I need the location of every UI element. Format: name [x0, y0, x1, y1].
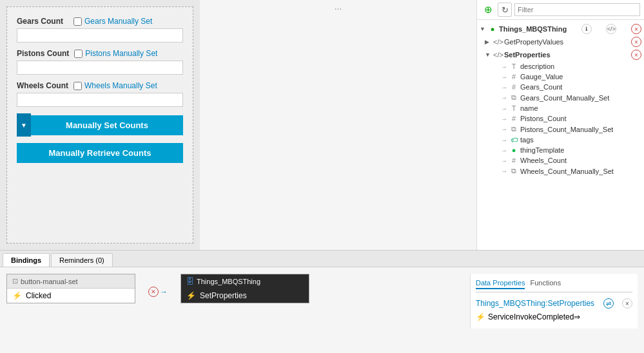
gauge-arrow-icon: →: [501, 73, 507, 81]
tree-item-description[interactable]: → T description: [477, 61, 644, 72]
right-toolbar: ⊕ ↻: [477, 0, 644, 20]
retrieve-counts-button[interactable]: Manually Retrieve Counts: [17, 143, 183, 163]
set-label: SetProperties: [504, 51, 551, 59]
tree-item-setproperties[interactable]: ▼ </> SetProperties ×: [477, 48, 644, 61]
desc-arrow-icon: →: [501, 63, 507, 70]
nm-type-icon: T: [509, 104, 518, 112]
gears-checkbox[interactable]: [73, 17, 82, 26]
tags-arrow-icon: →: [501, 137, 507, 144]
tags-label: tags: [520, 136, 534, 144]
pc-arrow-icon: →: [501, 115, 507, 122]
data-tab-functions[interactable]: Functions: [530, 279, 561, 289]
data-prop-link[interactable]: Things_MBQSThing:SetProperties: [476, 299, 594, 308]
root-close-btn[interactable]: ×: [631, 24, 641, 34]
pm-arrow-icon: →: [501, 126, 507, 133]
tree-item-gauge[interactable]: → # Gauge_Value: [477, 72, 644, 82]
tree-item-pistons-count[interactable]: → # Pistons_Count: [477, 113, 644, 124]
tab-reminders[interactable]: Reminders (0): [51, 253, 113, 267]
root-arrow-icon: ▼: [480, 26, 486, 32]
set-arrow-icon: ▼: [485, 52, 491, 58]
connector-x-icon: ✕: [148, 287, 159, 297]
tt-template-icon: ●: [509, 146, 518, 154]
pistons-input[interactable]: [17, 61, 183, 75]
pistons-field-row: Pistons Count Pistons Manually Set: [17, 49, 183, 75]
data-props-tabs: Data Properties Functions: [476, 279, 632, 292]
gc-arrow-icon: →: [501, 84, 507, 91]
wheels-input[interactable]: [17, 93, 183, 107]
desc-label: description: [520, 62, 554, 70]
tree-item-pistons-manually[interactable]: → ⧉ Pistons_Count_Manually_Set: [477, 124, 644, 135]
right-tree-panel: ⊕ ↻ ▼ ● Things_MBQSThing ℹ </> × ▶ </> G…: [476, 0, 644, 250]
bottom-content: ⊡ button-manual-set ⚡ Clicked ✕ → 🗄 Thin…: [0, 267, 644, 353]
data-event-row: ⚡ ServiceInvokeCompleted⇒: [476, 310, 632, 323]
get-label: GetPropertyValues: [504, 38, 563, 46]
gauge-label: Gauge_Value: [520, 73, 563, 81]
pc-label: Pistons_Count: [520, 115, 567, 122]
gc-hash-icon: #: [509, 83, 518, 91]
add-icon-btn[interactable]: ⊕: [481, 3, 495, 17]
filter-input[interactable]: [514, 3, 640, 16]
pistons-checkbox-label[interactable]: Pistons Manually Set: [74, 49, 157, 58]
tree-item-wheels-manually[interactable]: → ⧉ Wheels_Count_Manually_Set: [477, 166, 644, 176]
prop-close-btn[interactable]: ×: [622, 298, 632, 309]
middle-dots: ···: [200, 0, 476, 17]
wheels-checkbox-label[interactable]: Wheels Manually Set: [73, 81, 157, 90]
gears-checkbox-label[interactable]: Gears Manually Set: [73, 17, 152, 26]
middle-panel: ···: [200, 0, 476, 250]
data-prop-link-row: Things_MBQSThing:SetProperties ⇌ ×: [476, 296, 632, 310]
db-icon: 🗄: [186, 277, 194, 286]
wheels-checkbox[interactable]: [73, 82, 82, 90]
gears-label: Gears Count: [17, 17, 68, 26]
tree-root[interactable]: ▼ ● Things_MBQSThing ℹ </> ×: [477, 23, 644, 35]
get-arrow-icon: ▶: [485, 39, 491, 45]
arrow-connector: ✕ →: [148, 287, 168, 297]
refresh-icon-btn[interactable]: ↻: [498, 3, 512, 17]
gauge-hash-icon: #: [509, 73, 518, 81]
get-close-btn[interactable]: ×: [631, 37, 641, 47]
gears-input[interactable]: [17, 28, 183, 43]
nm-arrow-icon: →: [501, 105, 507, 112]
binding-source-header: ⊡ button-manual-set: [7, 274, 135, 289]
tab-bindings[interactable]: Bindings: [3, 253, 50, 267]
pm-label: Pistons_Count_Manually_Set: [520, 126, 613, 133]
root-code-btn[interactable]: </>: [606, 24, 616, 34]
source-icon: ⊡: [12, 277, 18, 285]
prop-share-btn[interactable]: ⇌: [603, 298, 614, 309]
binding-target-box: 🗄 Things_MBQSThing ⚡ SetProperties: [181, 274, 309, 303]
tags-tag-icon: 🏷: [509, 136, 518, 144]
set-counts-dropdown-arrow[interactable]: ▼: [17, 113, 31, 137]
set-counts-button[interactable]: Manually Set Counts: [31, 115, 183, 135]
set-code-icon: </>: [493, 51, 502, 59]
data-tab-properties[interactable]: Data Properties: [476, 279, 525, 289]
wc-label: Wheels_Count: [520, 157, 567, 164]
bottom-section: Bindings Reminders (0) ⊡ button-manual-s…: [0, 250, 644, 353]
wheels-label: Wheels Count: [17, 81, 68, 90]
tree-container: ▼ ● Things_MBQSThing ℹ </> × ▶ </> GetPr…: [477, 20, 644, 250]
source-event: Clicked: [26, 291, 51, 300]
set-close-btn[interactable]: ×: [631, 50, 641, 60]
root-label: Things_MBQSThing: [499, 25, 567, 33]
wc-hash-icon: #: [509, 157, 518, 164]
tree-item-name[interactable]: → T name: [477, 103, 644, 113]
tree-item-getproperty[interactable]: ▶ </> GetPropertyValues ×: [477, 35, 644, 48]
gm-label: Gears_Count_Manually_Set: [520, 94, 609, 102]
set-counts-wrapper: ▼ Manually Set Counts: [17, 113, 183, 137]
root-circle-icon: ●: [488, 25, 497, 33]
wc-arrow-icon: →: [501, 157, 507, 164]
binding-target-header: 🗄 Things_MBQSThing: [181, 274, 309, 289]
gm-copy-icon: ⧉: [509, 93, 518, 102]
gm-arrow-icon: →: [501, 94, 507, 101]
tree-item-gears-count[interactable]: → # Gears_Count: [477, 82, 644, 92]
left-panel: Gears Count Gears Manually Set Pistons C…: [6, 6, 193, 243]
bottom-tabs: Bindings Reminders (0): [0, 251, 644, 267]
pistons-checkbox[interactable]: [74, 50, 83, 58]
root-info-btn[interactable]: ℹ: [581, 24, 592, 34]
binding-source-box: ⊡ button-manual-set ⚡ Clicked: [6, 274, 135, 303]
tree-item-tags[interactable]: → 🏷 tags: [477, 135, 644, 145]
pc-hash-icon: #: [509, 115, 518, 122]
wheels-field-row: Wheels Count Wheels Manually Set: [17, 81, 183, 107]
event-label: ServiceInvokeCompleted⇒: [488, 312, 580, 321]
tree-item-wheels-count[interactable]: → # Wheels_Count: [477, 155, 644, 166]
tree-item-thing-template[interactable]: → ● thingTemplate: [477, 145, 644, 155]
tree-item-gears-manually[interactable]: → ⧉ Gears_Count_Manually_Set: [477, 92, 644, 103]
